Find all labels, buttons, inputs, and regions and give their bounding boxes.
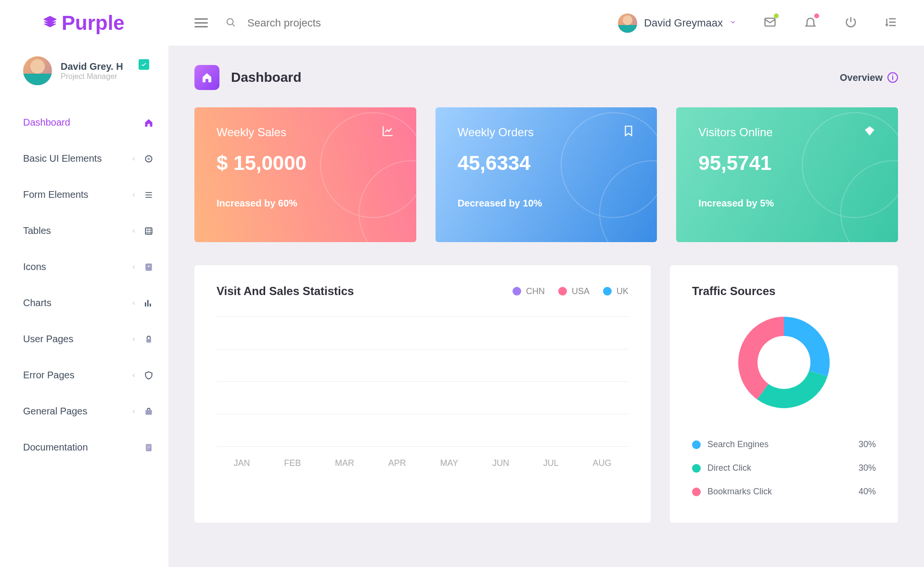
legend-dot-icon <box>692 464 701 473</box>
sidebar-item-documentation[interactable]: Documentation <box>23 429 154 465</box>
x-tick: FEB <box>284 458 301 468</box>
layers-icon <box>43 15 57 31</box>
chevron-left-icon <box>131 370 137 381</box>
card-title: Weekly Sales <box>217 126 286 139</box>
page-title: Dashboard <box>231 70 301 85</box>
stat-card[interactable]: Weekly Orders 45,6334 Decreased by 10% <box>436 107 657 242</box>
sidebar-item-label: Dashboard <box>23 117 70 128</box>
home-icon <box>194 65 219 90</box>
svg-rect-6 <box>145 410 152 414</box>
stat-card[interactable]: Weekly Sales $ 15,0000 Increased by 60% <box>194 107 416 242</box>
sidebar-item-label: Icons <box>23 261 46 272</box>
card-title: Weekly Orders <box>458 126 534 139</box>
donut-chart <box>692 305 876 420</box>
svg-rect-2 <box>145 228 152 234</box>
sidebar-item-basic-ui-elements[interactable]: Basic UI Elements <box>23 141 154 177</box>
search <box>225 17 601 29</box>
mail-icon[interactable] <box>763 15 777 31</box>
x-tick: JUL <box>543 458 559 468</box>
legend-item[interactable]: USA <box>558 286 590 296</box>
x-tick: APR <box>388 458 406 468</box>
user-name: David Greymaax <box>644 17 723 29</box>
bell-icon[interactable] <box>804 15 817 31</box>
svg-point-8 <box>227 18 233 25</box>
x-tick: AUG <box>593 458 612 468</box>
sidebar-item-form-elements[interactable]: Form Elements <box>23 177 154 213</box>
topbar: David Greymaax <box>168 0 924 46</box>
profile-name: David Grey. H <box>61 61 123 72</box>
avatar <box>618 13 637 33</box>
sidebar-item-dashboard[interactable]: Dashboard <box>23 104 154 141</box>
content: Dashboard Overview i Weekly Sales $ 15,0… <box>168 46 924 567</box>
traffic-list: Search Engines30%Direct Click30%Bookmark… <box>692 433 876 503</box>
traffic-pct: 40% <box>859 487 876 497</box>
traffic-item: Direct Click30% <box>692 456 876 480</box>
chart-legend: CHNUSAUK <box>513 286 629 296</box>
overview-label: Overview <box>840 72 883 83</box>
sidebar-item-user-pages[interactable]: User Pages <box>23 321 154 357</box>
sidebar-nav: Dashboard Basic UI Elements Form Element… <box>0 100 168 465</box>
avatar <box>23 56 52 85</box>
user-dropdown[interactable]: David Greymaax <box>618 13 736 33</box>
panel-title: Traffic Sources <box>692 284 876 298</box>
svg-rect-5 <box>146 339 151 343</box>
search-icon[interactable] <box>225 17 236 29</box>
sidebar-profile[interactable]: David Grey. H Project Manager <box>0 46 168 100</box>
sidebar-item-label: General Pages <box>23 406 87 417</box>
chevron-left-icon <box>131 297 137 309</box>
traffic-label: Search Engines <box>707 439 769 450</box>
sidebar-item-icons[interactable]: Icons <box>23 249 154 285</box>
verified-badge-icon <box>139 59 149 70</box>
traffic-pct: 30% <box>859 439 876 450</box>
brand[interactable]: Purple <box>0 0 168 46</box>
x-tick: JAN <box>233 458 250 468</box>
legend-item[interactable]: CHN <box>513 286 545 296</box>
panel-title: Visit And Sales Statistics <box>217 284 354 298</box>
legend-item[interactable]: UK <box>603 286 629 296</box>
profile-role: Project Manager <box>61 72 123 81</box>
svg-point-1 <box>148 157 150 160</box>
bar-chart-panel: Visit And Sales Statistics CHNUSAUK JANF… <box>194 265 651 523</box>
sort-icon[interactable] <box>885 15 898 31</box>
chevron-left-icon <box>131 261 137 272</box>
chevron-left-icon <box>131 406 137 417</box>
sidebar-item-label: Error Pages <box>23 370 75 381</box>
chevron-left-icon <box>131 334 137 345</box>
lock-icon <box>143 334 154 345</box>
legend-label: USA <box>572 286 590 296</box>
sidebar-item-label: Documentation <box>23 442 88 453</box>
x-tick: MAR <box>335 458 354 468</box>
legend-label: UK <box>616 286 629 296</box>
card-title: Visitors Online <box>698 126 772 139</box>
x-tick: MAY <box>440 458 459 468</box>
power-icon[interactable] <box>844 15 858 31</box>
menu-toggle-icon[interactable] <box>194 18 208 27</box>
stat-card[interactable]: Visitors Online 95,5741 Increased by 5% <box>676 107 898 242</box>
info-icon: i <box>887 72 898 83</box>
sidebar-item-label: User Pages <box>23 334 74 345</box>
stat-cards: Weekly Sales $ 15,0000 Increased by 60% … <box>194 107 898 242</box>
legend-label: CHN <box>526 286 545 296</box>
main: David Greymaax <box>168 0 924 567</box>
traffic-item: Search Engines30% <box>692 433 876 456</box>
sidebar-item-error-pages[interactable]: Error Pages <box>23 357 154 393</box>
bar-icon <box>143 298 154 309</box>
chevron-left-icon <box>131 189 137 200</box>
chevron-down-icon <box>730 19 736 27</box>
contact-icon <box>143 262 154 272</box>
chevron-left-icon <box>131 225 137 236</box>
sidebar-item-tables[interactable]: Tables <box>23 213 154 249</box>
overview-link[interactable]: Overview i <box>840 72 898 83</box>
legend-dot-icon <box>513 287 521 296</box>
sidebar-item-label: Basic UI Elements <box>23 153 102 164</box>
brand-text: Purple <box>62 12 125 35</box>
traffic-item: Bookmarks Click40% <box>692 480 876 503</box>
sidebar-item-charts[interactable]: Charts <box>23 285 154 321</box>
sidebar-item-label: Form Elements <box>23 189 89 200</box>
sidebar-item-general-pages[interactable]: General Pages <box>23 393 154 429</box>
target-icon <box>143 154 154 164</box>
list-icon <box>143 190 154 200</box>
traffic-label: Direct Click <box>707 463 751 473</box>
search-input[interactable] <box>247 17 392 29</box>
legend-dot-icon <box>558 287 567 296</box>
